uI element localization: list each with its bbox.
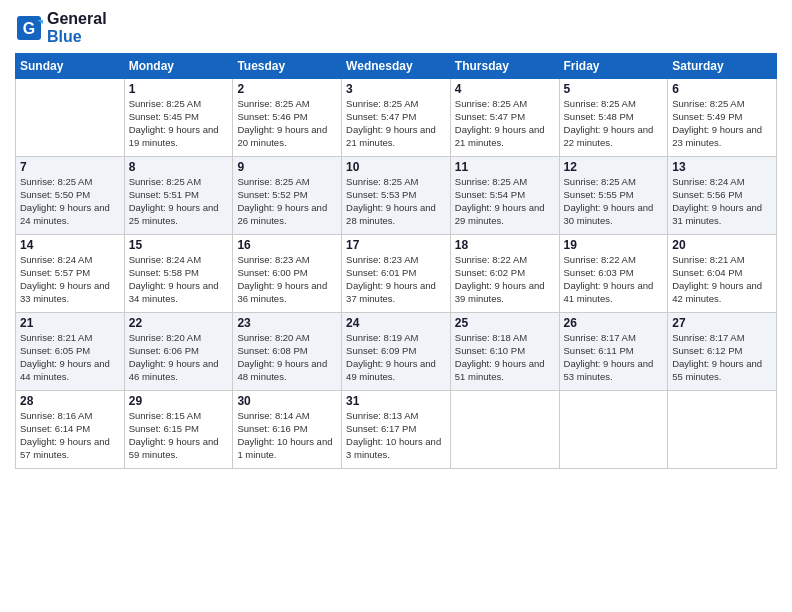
calendar-cell	[16, 79, 125, 157]
calendar-table: SundayMondayTuesdayWednesdayThursdayFrid…	[15, 53, 777, 469]
day-number: 28	[20, 394, 120, 408]
day-detail: Sunrise: 8:25 AMSunset: 5:46 PMDaylight:…	[237, 98, 337, 149]
day-header-wednesday: Wednesday	[342, 54, 451, 79]
day-detail: Sunrise: 8:13 AMSunset: 6:17 PMDaylight:…	[346, 410, 446, 461]
calendar-cell: 3Sunrise: 8:25 AMSunset: 5:47 PMDaylight…	[342, 79, 451, 157]
day-number: 13	[672, 160, 772, 174]
calendar-cell: 31Sunrise: 8:13 AMSunset: 6:17 PMDayligh…	[342, 391, 451, 469]
calendar-cell	[668, 391, 777, 469]
svg-text:G: G	[23, 20, 35, 37]
calendar-cell: 27Sunrise: 8:17 AMSunset: 6:12 PMDayligh…	[668, 313, 777, 391]
day-detail: Sunrise: 8:25 AMSunset: 5:49 PMDaylight:…	[672, 98, 772, 149]
day-detail: Sunrise: 8:25 AMSunset: 5:52 PMDaylight:…	[237, 176, 337, 227]
calendar-cell: 7Sunrise: 8:25 AMSunset: 5:50 PMDaylight…	[16, 157, 125, 235]
day-number: 9	[237, 160, 337, 174]
calendar-week-row: 21Sunrise: 8:21 AMSunset: 6:05 PMDayligh…	[16, 313, 777, 391]
day-number: 25	[455, 316, 555, 330]
calendar-cell: 19Sunrise: 8:22 AMSunset: 6:03 PMDayligh…	[559, 235, 668, 313]
day-detail: Sunrise: 8:18 AMSunset: 6:10 PMDaylight:…	[455, 332, 555, 383]
calendar-cell: 2Sunrise: 8:25 AMSunset: 5:46 PMDaylight…	[233, 79, 342, 157]
day-number: 31	[346, 394, 446, 408]
day-header-monday: Monday	[124, 54, 233, 79]
day-detail: Sunrise: 8:25 AMSunset: 5:54 PMDaylight:…	[455, 176, 555, 227]
day-number: 8	[129, 160, 229, 174]
day-detail: Sunrise: 8:17 AMSunset: 6:12 PMDaylight:…	[672, 332, 772, 383]
calendar-cell: 1Sunrise: 8:25 AMSunset: 5:45 PMDaylight…	[124, 79, 233, 157]
calendar-cell: 28Sunrise: 8:16 AMSunset: 6:14 PMDayligh…	[16, 391, 125, 469]
calendar-cell: 14Sunrise: 8:24 AMSunset: 5:57 PMDayligh…	[16, 235, 125, 313]
calendar-cell: 26Sunrise: 8:17 AMSunset: 6:11 PMDayligh…	[559, 313, 668, 391]
day-detail: Sunrise: 8:25 AMSunset: 5:47 PMDaylight:…	[455, 98, 555, 149]
calendar-cell: 23Sunrise: 8:20 AMSunset: 6:08 PMDayligh…	[233, 313, 342, 391]
day-number: 15	[129, 238, 229, 252]
day-header-sunday: Sunday	[16, 54, 125, 79]
day-number: 17	[346, 238, 446, 252]
calendar-cell: 13Sunrise: 8:24 AMSunset: 5:56 PMDayligh…	[668, 157, 777, 235]
day-detail: Sunrise: 8:25 AMSunset: 5:45 PMDaylight:…	[129, 98, 229, 149]
day-number: 27	[672, 316, 772, 330]
day-detail: Sunrise: 8:22 AMSunset: 6:02 PMDaylight:…	[455, 254, 555, 305]
day-detail: Sunrise: 8:25 AMSunset: 5:55 PMDaylight:…	[564, 176, 664, 227]
day-detail: Sunrise: 8:15 AMSunset: 6:15 PMDaylight:…	[129, 410, 229, 461]
day-number: 3	[346, 82, 446, 96]
calendar-cell: 22Sunrise: 8:20 AMSunset: 6:06 PMDayligh…	[124, 313, 233, 391]
calendar-cell: 24Sunrise: 8:19 AMSunset: 6:09 PMDayligh…	[342, 313, 451, 391]
calendar-cell: 11Sunrise: 8:25 AMSunset: 5:54 PMDayligh…	[450, 157, 559, 235]
day-number: 12	[564, 160, 664, 174]
calendar-week-row: 7Sunrise: 8:25 AMSunset: 5:50 PMDaylight…	[16, 157, 777, 235]
calendar-cell: 16Sunrise: 8:23 AMSunset: 6:00 PMDayligh…	[233, 235, 342, 313]
day-number: 14	[20, 238, 120, 252]
day-detail: Sunrise: 8:22 AMSunset: 6:03 PMDaylight:…	[564, 254, 664, 305]
day-detail: Sunrise: 8:23 AMSunset: 6:00 PMDaylight:…	[237, 254, 337, 305]
day-number: 18	[455, 238, 555, 252]
day-detail: Sunrise: 8:25 AMSunset: 5:48 PMDaylight:…	[564, 98, 664, 149]
day-header-friday: Friday	[559, 54, 668, 79]
calendar-week-row: 14Sunrise: 8:24 AMSunset: 5:57 PMDayligh…	[16, 235, 777, 313]
day-number: 23	[237, 316, 337, 330]
calendar-cell: 6Sunrise: 8:25 AMSunset: 5:49 PMDaylight…	[668, 79, 777, 157]
day-detail: Sunrise: 8:24 AMSunset: 5:56 PMDaylight:…	[672, 176, 772, 227]
calendar-cell: 18Sunrise: 8:22 AMSunset: 6:02 PMDayligh…	[450, 235, 559, 313]
day-number: 11	[455, 160, 555, 174]
calendar-cell	[450, 391, 559, 469]
day-number: 21	[20, 316, 120, 330]
calendar-week-row: 1Sunrise: 8:25 AMSunset: 5:45 PMDaylight…	[16, 79, 777, 157]
calendar-cell: 8Sunrise: 8:25 AMSunset: 5:51 PMDaylight…	[124, 157, 233, 235]
calendar-cell: 21Sunrise: 8:21 AMSunset: 6:05 PMDayligh…	[16, 313, 125, 391]
calendar-cell: 20Sunrise: 8:21 AMSunset: 6:04 PMDayligh…	[668, 235, 777, 313]
calendar-cell: 12Sunrise: 8:25 AMSunset: 5:55 PMDayligh…	[559, 157, 668, 235]
logo-icon: G	[15, 14, 43, 42]
calendar-cell: 10Sunrise: 8:25 AMSunset: 5:53 PMDayligh…	[342, 157, 451, 235]
calendar-cell: 25Sunrise: 8:18 AMSunset: 6:10 PMDayligh…	[450, 313, 559, 391]
day-detail: Sunrise: 8:19 AMSunset: 6:09 PMDaylight:…	[346, 332, 446, 383]
day-number: 29	[129, 394, 229, 408]
day-detail: Sunrise: 8:24 AMSunset: 5:58 PMDaylight:…	[129, 254, 229, 305]
calendar-week-row: 28Sunrise: 8:16 AMSunset: 6:14 PMDayligh…	[16, 391, 777, 469]
day-number: 30	[237, 394, 337, 408]
day-detail: Sunrise: 8:16 AMSunset: 6:14 PMDaylight:…	[20, 410, 120, 461]
calendar-cell: 15Sunrise: 8:24 AMSunset: 5:58 PMDayligh…	[124, 235, 233, 313]
calendar-cell: 5Sunrise: 8:25 AMSunset: 5:48 PMDaylight…	[559, 79, 668, 157]
calendar-cell: 17Sunrise: 8:23 AMSunset: 6:01 PMDayligh…	[342, 235, 451, 313]
day-number: 5	[564, 82, 664, 96]
calendar-cell: 9Sunrise: 8:25 AMSunset: 5:52 PMDaylight…	[233, 157, 342, 235]
day-detail: Sunrise: 8:24 AMSunset: 5:57 PMDaylight:…	[20, 254, 120, 305]
calendar-header: G General Blue	[15, 10, 777, 45]
day-number: 10	[346, 160, 446, 174]
day-detail: Sunrise: 8:21 AMSunset: 6:05 PMDaylight:…	[20, 332, 120, 383]
calendar-container: G General Blue SundayMondayTuesdayWednes…	[0, 0, 792, 612]
logo: G General Blue	[15, 10, 107, 45]
day-header-tuesday: Tuesday	[233, 54, 342, 79]
day-detail: Sunrise: 8:25 AMSunset: 5:51 PMDaylight:…	[129, 176, 229, 227]
day-number: 24	[346, 316, 446, 330]
day-detail: Sunrise: 8:23 AMSunset: 6:01 PMDaylight:…	[346, 254, 446, 305]
calendar-cell: 29Sunrise: 8:15 AMSunset: 6:15 PMDayligh…	[124, 391, 233, 469]
day-detail: Sunrise: 8:17 AMSunset: 6:11 PMDaylight:…	[564, 332, 664, 383]
day-detail: Sunrise: 8:20 AMSunset: 6:06 PMDaylight:…	[129, 332, 229, 383]
day-number: 6	[672, 82, 772, 96]
day-number: 1	[129, 82, 229, 96]
day-detail: Sunrise: 8:25 AMSunset: 5:50 PMDaylight:…	[20, 176, 120, 227]
day-number: 4	[455, 82, 555, 96]
calendar-cell	[559, 391, 668, 469]
calendar-cell: 30Sunrise: 8:14 AMSunset: 6:16 PMDayligh…	[233, 391, 342, 469]
